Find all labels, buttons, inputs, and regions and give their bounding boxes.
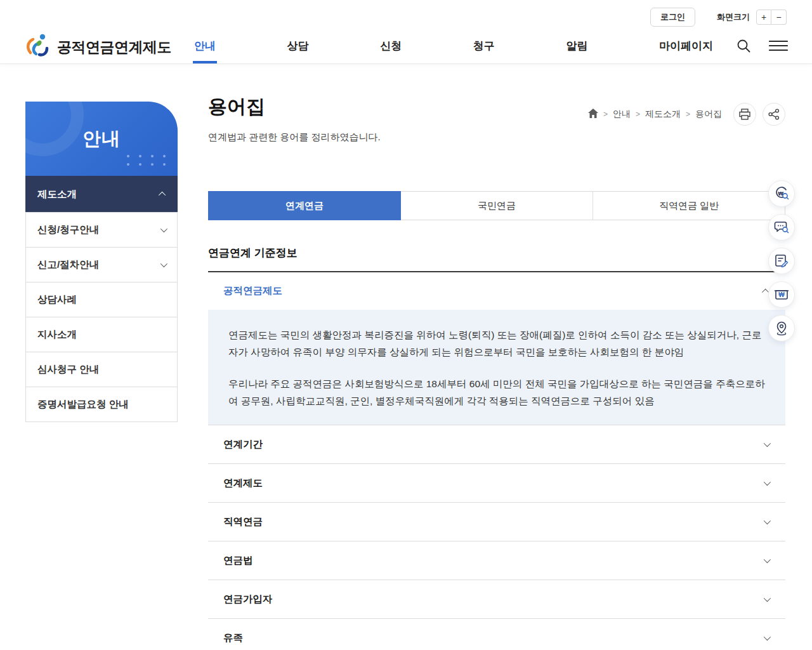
login-button[interactable]: 로그인 (650, 8, 695, 27)
sidebar-item-counsel-cases[interactable]: 상담사례 (25, 282, 178, 317)
chevron-down-icon (764, 595, 771, 602)
sidebar-item-certificate-request-guide[interactable]: 증명서발급요청 안내 (25, 387, 178, 421)
glossary-tabs: 연계연금 국민연금 직역연금 일반 (208, 191, 785, 220)
tab-linked-pension[interactable]: 연계연금 (208, 191, 401, 220)
accordion-item-occupational-pension[interactable]: 직역연금 (208, 502, 785, 541)
breadcrumb-guide[interactable]: 안내 (613, 109, 631, 120)
sidebar-item-apply-claim-guide[interactable]: 신청/청구안내 (25, 212, 178, 247)
utility-bar: 로그인 화면크기 + − (650, 8, 787, 27)
accordion-label: 공적연금제도 (223, 284, 282, 298)
decorative-ring (25, 102, 84, 156)
home-icon[interactable] (588, 109, 598, 120)
chevron-up-icon (159, 192, 166, 199)
sidebar-item-label: 신고/절차안내 (37, 258, 99, 272)
nav-item-counsel[interactable]: 상담 (284, 28, 313, 63)
sidebar-item-system-intro[interactable]: 제도소개 (25, 176, 178, 212)
chevron-down-icon (764, 633, 771, 640)
tab-occupational-pension[interactable]: 직역연금 일반 (593, 191, 785, 220)
zoom-out-button[interactable]: − (771, 10, 787, 25)
accordion-label: 유족 (223, 632, 243, 645)
sidebar-item-report-procedure-guide[interactable]: 신고/절차안내 (25, 247, 178, 282)
accordion-item-pension-subscriber[interactable]: 연금가입자 (208, 580, 785, 618)
sidebar-item-label: 제도소개 (37, 188, 77, 201)
chevron-down-icon (764, 479, 771, 486)
screen-size-label: 화면크기 (717, 11, 750, 23)
pension-lookup-icon[interactable]: ₩ (768, 180, 795, 207)
sidebar: 안내 제도소개 신청/청구안내 신고/절차안내 상담사례 지사소개 심사청구 안… (25, 102, 178, 422)
print-icon[interactable] (733, 103, 756, 126)
accordion-label: 연금가입자 (223, 593, 273, 606)
breadcrumb-glossary[interactable]: 용어집 (695, 109, 722, 120)
sidebar-item-label: 심사청구 안내 (37, 363, 99, 376)
sidebar-item-label: 증명서발급요청 안내 (37, 398, 129, 411)
page-subtitle: 연계법과 관련한 용어를 정리하였습니다. (208, 131, 785, 143)
chevron-down-icon (160, 260, 167, 267)
global-nav: 안내 상담 신청 청구 알림 마이페이지 (190, 28, 717, 63)
nav-item-apply[interactable]: 신청 (376, 28, 405, 63)
share-icon[interactable] (763, 103, 785, 126)
sidebar-item-branch-intro[interactable]: 지사소개 (25, 317, 178, 352)
chevron-down-icon (764, 556, 771, 563)
chevron-down-icon (764, 440, 771, 447)
svg-text:₩: ₩ (778, 291, 785, 298)
site-header: 공적연금연계제도 안내 상담 신청 청구 알림 마이페이지 (0, 28, 812, 64)
search-icon[interactable] (736, 38, 751, 53)
breadcrumb: > 안내 > 제도소개 > 용어집 (588, 109, 722, 120)
logo-title: 공적연금연계제도 (57, 37, 171, 57)
sidebar-item-label: 지사소개 (37, 328, 77, 342)
font-size-control: 화면크기 + − (717, 10, 787, 25)
chat-search-icon[interactable] (768, 214, 795, 241)
chevron-down-icon (160, 225, 167, 232)
payment-won-icon[interactable]: ₩ (768, 281, 795, 308)
accordion-label: 직역연금 (223, 515, 263, 529)
nav-item-claim[interactable]: 청구 (469, 28, 499, 63)
section-title: 연금연계 기준정보 (208, 246, 785, 260)
quick-menu: ₩ ₩ (768, 180, 795, 342)
site-logo[interactable]: 공적연금연계제도 (24, 32, 171, 62)
logo-mark-icon (24, 32, 52, 62)
main-content: 용어집 연계법과 관련한 용어를 정리하였습니다. > 안내 > 제도소개 > … (208, 94, 785, 650)
tab-national-pension[interactable]: 국민연금 (401, 191, 593, 220)
definition-paragraph: 연금제도는 국민의 생활안정과 복리증진을 위하여 노령(퇴직) 또는 장애(폐… (228, 326, 765, 361)
breadcrumb-system-intro[interactable]: 제도소개 (645, 109, 681, 120)
accordion-item-pension-law[interactable]: 연금법 (208, 541, 785, 580)
accordion-label: 연금법 (223, 554, 253, 567)
accordion-label: 연계제도 (223, 477, 263, 490)
nav-item-guide[interactable]: 안내 (190, 28, 219, 63)
definition-paragraph: 우리나라 주요 공적연금은 사회보험방식으로 18세부터 60세 미만의 전체 … (228, 375, 765, 409)
decorative-dots (122, 152, 170, 168)
chevron-down-icon (764, 517, 771, 524)
accordion-item-public-pension-system[interactable]: 공적연금제도 (208, 272, 785, 310)
nav-item-mypage[interactable]: 마이페이지 (655, 28, 717, 63)
menu-icon[interactable] (769, 39, 788, 52)
zoom-in-button[interactable]: + (756, 10, 771, 25)
sidebar-item-label: 신청/청구안내 (37, 223, 99, 237)
accordion-item-linked-system[interactable]: 연계제도 (208, 463, 785, 502)
accordion-label: 연계기간 (223, 438, 263, 451)
glossary-accordion: 공적연금제도 연금제도는 국민의 생활안정과 복리증진을 위하여 노령(퇴직) … (208, 272, 785, 650)
sidebar-item-review-claim-guide[interactable]: 심사청구 안내 (25, 352, 178, 387)
form-edit-icon[interactable] (768, 248, 795, 274)
accordion-item-bereaved-family[interactable]: 유족 (208, 618, 785, 650)
sidebar-title: 안내 (82, 126, 121, 152)
accordion-panel: 연금제도는 국민의 생활안정과 복리증진을 위하여 노령(퇴직) 또는 장애(폐… (208, 310, 785, 425)
nav-item-notice[interactable]: 알림 (562, 28, 591, 63)
sidebar-item-label: 상담사례 (37, 293, 77, 307)
accordion-item-linked-period[interactable]: 연계기간 (208, 425, 785, 463)
sidebar-header: 안내 (25, 102, 178, 176)
branch-location-icon[interactable] (768, 315, 795, 342)
sidebar-menu: 제도소개 신청/청구안내 신고/절차안내 상담사례 지사소개 심사청구 안내 증… (25, 176, 178, 422)
